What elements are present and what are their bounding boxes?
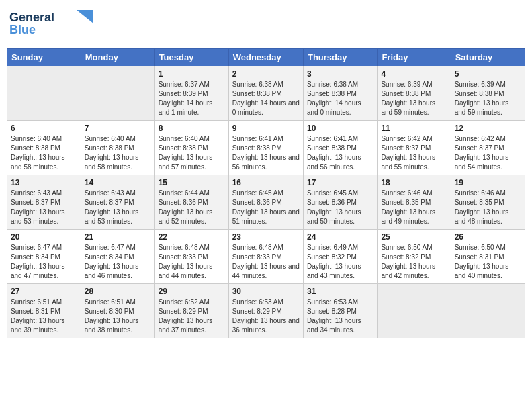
day-info: Sunrise: 6:51 AMSunset: 8:30 PMDaylight:… bbox=[85, 298, 151, 335]
calendar-cell: 30Sunrise: 6:53 AMSunset: 8:29 PMDayligh… bbox=[228, 284, 303, 338]
calendar-week-row: 6Sunrise: 6:40 AMSunset: 8:38 PMDaylight… bbox=[7, 121, 525, 175]
day-number: 4 bbox=[381, 69, 447, 79]
weekday-header-thursday: Thursday bbox=[303, 49, 377, 66]
day-info: Sunrise: 6:51 AMSunset: 8:31 PMDaylight:… bbox=[11, 298, 77, 335]
day-info: Sunrise: 6:42 AMSunset: 8:37 PMDaylight:… bbox=[455, 134, 521, 172]
day-info: Sunrise: 6:43 AMSunset: 8:37 PMDaylight:… bbox=[85, 189, 151, 226]
day-number: 19 bbox=[455, 178, 521, 187]
day-info: Sunrise: 6:46 AMSunset: 8:35 PMDaylight:… bbox=[455, 189, 521, 226]
day-info: Sunrise: 6:37 AMSunset: 8:39 PMDaylight:… bbox=[159, 80, 225, 118]
day-info: Sunrise: 6:43 AMSunset: 8:37 PMDaylight:… bbox=[11, 189, 77, 226]
calendar-week-row: 20Sunrise: 6:47 AMSunset: 8:34 PMDayligh… bbox=[7, 230, 525, 284]
day-info: Sunrise: 6:41 AMSunset: 8:38 PMDaylight:… bbox=[232, 134, 300, 172]
calendar-cell: 28Sunrise: 6:51 AMSunset: 8:30 PMDayligh… bbox=[81, 284, 154, 338]
calendar-cell: 13Sunrise: 6:43 AMSunset: 8:37 PMDayligh… bbox=[7, 175, 81, 230]
day-number: 10 bbox=[307, 124, 373, 133]
svg-text:Blue: Blue bbox=[9, 23, 36, 36]
calendar-cell bbox=[7, 66, 81, 121]
logo-text: General Blue bbox=[9, 7, 97, 43]
day-number: 16 bbox=[232, 178, 300, 187]
day-number: 23 bbox=[232, 232, 300, 242]
day-info: Sunrise: 6:50 AMSunset: 8:32 PMDaylight:… bbox=[381, 243, 447, 281]
day-info: Sunrise: 6:39 AMSunset: 8:38 PMDaylight:… bbox=[455, 80, 521, 118]
calendar-cell: 27Sunrise: 6:51 AMSunset: 8:31 PMDayligh… bbox=[7, 284, 81, 338]
calendar-cell: 5Sunrise: 6:39 AMSunset: 8:38 PMDaylight… bbox=[451, 66, 525, 121]
calendar-cell: 10Sunrise: 6:41 AMSunset: 8:38 PMDayligh… bbox=[303, 121, 377, 175]
weekday-header-tuesday: Tuesday bbox=[154, 49, 228, 66]
calendar-week-row: 27Sunrise: 6:51 AMSunset: 8:31 PMDayligh… bbox=[7, 284, 525, 338]
day-info: Sunrise: 6:40 AMSunset: 8:38 PMDaylight:… bbox=[85, 134, 151, 172]
calendar-cell: 6Sunrise: 6:40 AMSunset: 8:38 PMDaylight… bbox=[7, 121, 81, 175]
day-number: 14 bbox=[85, 178, 151, 187]
day-info: Sunrise: 6:47 AMSunset: 8:34 PMDaylight:… bbox=[11, 243, 77, 281]
day-number: 12 bbox=[455, 124, 521, 133]
day-info: Sunrise: 6:50 AMSunset: 8:31 PMDaylight:… bbox=[455, 243, 521, 281]
calendar-cell: 19Sunrise: 6:46 AMSunset: 8:35 PMDayligh… bbox=[451, 175, 525, 230]
day-info: Sunrise: 6:38 AMSunset: 8:38 PMDaylight:… bbox=[232, 80, 300, 118]
day-info: Sunrise: 6:39 AMSunset: 8:38 PMDaylight:… bbox=[381, 80, 447, 118]
day-number: 2 bbox=[232, 69, 300, 79]
day-number: 3 bbox=[307, 69, 373, 79]
day-info: Sunrise: 6:53 AMSunset: 8:28 PMDaylight:… bbox=[307, 298, 373, 335]
day-info: Sunrise: 6:40 AMSunset: 8:38 PMDaylight:… bbox=[11, 134, 77, 172]
calendar-cell: 12Sunrise: 6:42 AMSunset: 8:37 PMDayligh… bbox=[451, 121, 525, 175]
day-number: 22 bbox=[159, 232, 225, 242]
calendar-cell bbox=[378, 284, 451, 338]
day-info: Sunrise: 6:47 AMSunset: 8:34 PMDaylight:… bbox=[85, 243, 151, 281]
day-info: Sunrise: 6:45 AMSunset: 8:36 PMDaylight:… bbox=[307, 189, 373, 226]
calendar-header-row: SundayMondayTuesdayWednesdayThursdayFrid… bbox=[7, 49, 525, 66]
calendar-cell: 15Sunrise: 6:44 AMSunset: 8:36 PMDayligh… bbox=[154, 175, 228, 230]
day-number: 17 bbox=[307, 178, 373, 187]
day-info: Sunrise: 6:42 AMSunset: 8:37 PMDaylight:… bbox=[381, 134, 447, 172]
day-info: Sunrise: 6:52 AMSunset: 8:29 PMDaylight:… bbox=[159, 298, 225, 335]
day-number: 11 bbox=[381, 124, 447, 133]
day-number: 1 bbox=[159, 69, 225, 79]
calendar-cell: 18Sunrise: 6:46 AMSunset: 8:35 PMDayligh… bbox=[378, 175, 451, 230]
calendar-cell: 23Sunrise: 6:48 AMSunset: 8:33 PMDayligh… bbox=[228, 230, 303, 284]
calendar-cell: 16Sunrise: 6:45 AMSunset: 8:36 PMDayligh… bbox=[228, 175, 303, 230]
calendar-cell: 4Sunrise: 6:39 AMSunset: 8:38 PMDaylight… bbox=[378, 66, 451, 121]
calendar-cell: 7Sunrise: 6:40 AMSunset: 8:38 PMDaylight… bbox=[81, 121, 154, 175]
day-info: Sunrise: 6:44 AMSunset: 8:36 PMDaylight:… bbox=[159, 189, 225, 226]
svg-marker-0 bbox=[77, 10, 93, 24]
day-info: Sunrise: 6:48 AMSunset: 8:33 PMDaylight:… bbox=[232, 243, 300, 281]
calendar-cell: 20Sunrise: 6:47 AMSunset: 8:34 PMDayligh… bbox=[7, 230, 81, 284]
day-number: 15 bbox=[159, 178, 225, 187]
day-info: Sunrise: 6:46 AMSunset: 8:35 PMDaylight:… bbox=[381, 189, 447, 226]
day-info: Sunrise: 6:53 AMSunset: 8:29 PMDaylight:… bbox=[232, 298, 300, 335]
calendar-cell bbox=[81, 66, 154, 121]
calendar-table: SundayMondayTuesdayWednesdayThursdayFrid… bbox=[7, 48, 525, 338]
svg-text:General: General bbox=[9, 11, 54, 24]
day-info: Sunrise: 6:49 AMSunset: 8:32 PMDaylight:… bbox=[307, 243, 373, 281]
calendar-cell: 22Sunrise: 6:48 AMSunset: 8:33 PMDayligh… bbox=[154, 230, 228, 284]
day-number: 6 bbox=[11, 124, 77, 133]
weekday-header-wednesday: Wednesday bbox=[228, 49, 303, 66]
calendar-week-row: 1Sunrise: 6:37 AMSunset: 8:39 PMDaylight… bbox=[7, 66, 525, 121]
calendar-cell: 24Sunrise: 6:49 AMSunset: 8:32 PMDayligh… bbox=[303, 230, 377, 284]
calendar-cell: 14Sunrise: 6:43 AMSunset: 8:37 PMDayligh… bbox=[81, 175, 154, 230]
day-info: Sunrise: 6:45 AMSunset: 8:36 PMDaylight:… bbox=[232, 189, 300, 226]
calendar-cell: 21Sunrise: 6:47 AMSunset: 8:34 PMDayligh… bbox=[81, 230, 154, 284]
calendar-cell: 3Sunrise: 6:38 AMSunset: 8:38 PMDaylight… bbox=[303, 66, 377, 121]
calendar-cell: 31Sunrise: 6:53 AMSunset: 8:28 PMDayligh… bbox=[303, 284, 377, 338]
day-number: 13 bbox=[11, 178, 77, 187]
calendar-cell: 1Sunrise: 6:37 AMSunset: 8:39 PMDaylight… bbox=[154, 66, 228, 121]
calendar-cell: 26Sunrise: 6:50 AMSunset: 8:31 PMDayligh… bbox=[451, 230, 525, 284]
calendar-cell bbox=[451, 284, 525, 338]
calendar-cell: 2Sunrise: 6:38 AMSunset: 8:38 PMDaylight… bbox=[228, 66, 303, 121]
day-number: 8 bbox=[159, 124, 225, 133]
day-number: 31 bbox=[307, 287, 373, 296]
weekday-header-monday: Monday bbox=[81, 49, 154, 66]
day-number: 9 bbox=[232, 124, 300, 133]
day-number: 18 bbox=[381, 178, 447, 187]
day-number: 7 bbox=[85, 124, 151, 133]
calendar-cell: 11Sunrise: 6:42 AMSunset: 8:37 PMDayligh… bbox=[378, 121, 451, 175]
calendar-cell: 8Sunrise: 6:40 AMSunset: 8:38 PMDaylight… bbox=[154, 121, 228, 175]
day-number: 21 bbox=[85, 232, 151, 242]
calendar-cell: 25Sunrise: 6:50 AMSunset: 8:32 PMDayligh… bbox=[378, 230, 451, 284]
day-number: 5 bbox=[455, 69, 521, 79]
day-number: 30 bbox=[232, 287, 300, 296]
calendar-cell: 29Sunrise: 6:52 AMSunset: 8:29 PMDayligh… bbox=[154, 284, 228, 338]
calendar-week-row: 13Sunrise: 6:43 AMSunset: 8:37 PMDayligh… bbox=[7, 175, 525, 230]
day-number: 25 bbox=[381, 232, 447, 242]
